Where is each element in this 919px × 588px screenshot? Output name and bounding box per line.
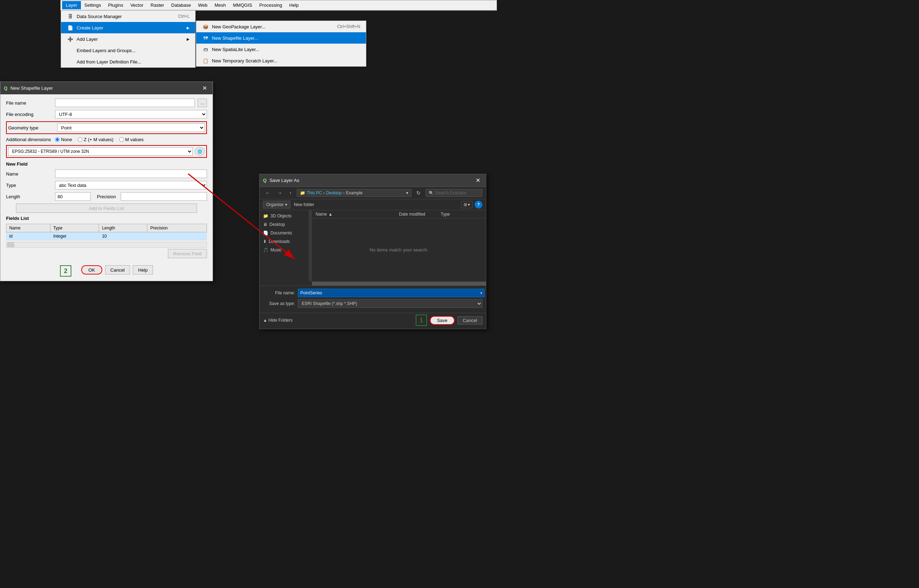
field-length-input[interactable]: [55, 192, 91, 201]
nav-back-button[interactable]: ←: [263, 189, 272, 197]
additional-dimensions-row: Additional dimensions None Z (+ M values…: [6, 137, 207, 142]
table-row[interactable]: id Integer 10: [6, 232, 207, 241]
folder-documents-icon: 📄: [263, 231, 268, 236]
col-length: Length: [99, 224, 147, 232]
remove-field-button[interactable]: Remove Field: [168, 249, 207, 258]
folder-music-icon: 🎵: [263, 247, 268, 252]
menu-web[interactable]: Web: [194, 1, 211, 9]
ok-button[interactable]: OK: [81, 265, 102, 275]
shapefile-dialog: Q New Shapefile Layer ✕ File name … File…: [0, 82, 213, 281]
breadcrumb-folder-icon: 📁: [300, 191, 305, 195]
cancel-button[interactable]: Cancel: [105, 265, 130, 275]
folder-documents[interactable]: 📄 Documents: [259, 229, 309, 237]
add-to-fields-button[interactable]: Add to Fields List: [16, 204, 197, 213]
save-button[interactable]: Save: [430, 316, 455, 325]
breadcrumb-desktop: Desktop: [326, 191, 342, 195]
scratch-icon: 📋: [202, 57, 209, 64]
col-date-header[interactable]: Date modified: [399, 212, 441, 217]
layer-menu-datasource[interactable]: 🗄 Data Source Manager Ctrl+L: [61, 11, 195, 22]
dialog-title: New Shapefile Layer: [10, 86, 53, 91]
dimensions-radio-group: None Z (+ M values) M values: [55, 137, 144, 142]
file-horizontal-scrollbar[interactable]: [312, 281, 486, 286]
layer-menu-definition[interactable]: Add from Layer Definition File...: [61, 56, 195, 67]
col-precision: Precision: [147, 224, 207, 232]
breadcrumb-example: Example: [346, 191, 363, 195]
submenu-geopackage[interactable]: 📦 New GeoPackage Layer... Ctrl+Shift+N: [196, 21, 366, 32]
geometry-type-label: Geometry type: [8, 125, 54, 131]
submenu-scratch[interactable]: 📋 New Temporary Scratch Layer...: [196, 55, 366, 66]
second-toolbar: Organise ▾ New folder ⊞ ▾ ?: [259, 199, 486, 210]
file-encoding-label: File encoding: [6, 112, 52, 117]
col-name: Name: [6, 224, 50, 232]
field-id-length: 10: [99, 232, 147, 241]
folder-scrollbar[interactable]: [309, 210, 312, 281]
save-type-select[interactable]: ESRI Shapefile (*.shp *.SHP): [298, 299, 482, 308]
save-cancel-button[interactable]: Cancel: [457, 317, 482, 325]
layer-menu-add[interactable]: ➕ Add Layer ▶: [61, 33, 195, 45]
field-type-label: Type: [6, 183, 52, 188]
refresh-button[interactable]: ↻: [414, 189, 423, 197]
definition-icon: [67, 58, 74, 65]
menu-vector[interactable]: Vector: [127, 1, 147, 9]
col-name-header[interactable]: Name ▲: [316, 212, 399, 217]
new-folder-button[interactable]: New folder: [294, 202, 314, 207]
menu-plugins[interactable]: Plugins: [105, 1, 127, 9]
field-name-label: Name: [6, 171, 52, 177]
dimension-none[interactable]: None: [55, 137, 72, 142]
hide-folders-button[interactable]: ▲ Hide Folders: [263, 318, 292, 323]
breadcrumb[interactable]: 📁 This PC › Desktop › Example ▾: [297, 189, 412, 197]
geometry-type-select[interactable]: Point: [57, 123, 205, 132]
shapefile-dialog-titlebar: Q New Shapefile Layer ✕: [0, 82, 212, 94]
col-type: Type: [50, 224, 99, 232]
folder-music[interactable]: 🎵 Music: [259, 246, 309, 254]
geopackage-icon: 📦: [202, 23, 209, 30]
menu-layer[interactable]: Layer: [62, 1, 81, 9]
help-icon-button[interactable]: ?: [475, 201, 482, 208]
nav-up-button[interactable]: ↑: [287, 189, 294, 197]
menu-database[interactable]: Database: [167, 1, 194, 9]
shapefile-icon: 🗺: [202, 34, 209, 42]
fields-list-section: Fields List Name Type Length Precision i…: [6, 216, 207, 258]
folder-desktop[interactable]: 🖥 Desktop: [259, 220, 309, 229]
nav-forward-button[interactable]: →: [275, 189, 284, 197]
folder-3d-objects[interactable]: 📁 3D Objects: [259, 212, 309, 220]
col-type-header[interactable]: Type: [441, 212, 483, 217]
dimension-z[interactable]: Z (+ M values): [78, 137, 113, 142]
help-button[interactable]: Help: [133, 265, 153, 275]
save-dialog-close[interactable]: ✕: [473, 176, 482, 184]
menu-processing[interactable]: Processing: [256, 1, 285, 9]
save-dialog-content: 📁 3D Objects 🖥 Desktop 📄 Documents ⬇ Dow…: [259, 210, 486, 281]
crs-browse-button[interactable]: 🌐: [195, 147, 205, 156]
submenu-shapefile[interactable]: 🗺 New Shapefile Layer...: [196, 32, 366, 44]
layer-menu-embed[interactable]: Embed Layers and Groups...: [61, 45, 195, 56]
crs-select[interactable]: EPSG:25832 - ETRS89 / UTM zone 32N: [8, 147, 193, 156]
search-icon: 🔍: [429, 191, 434, 195]
field-type-select[interactable]: abc Text data: [55, 181, 207, 189]
browse-button[interactable]: …: [198, 99, 207, 107]
organise-button[interactable]: Organise ▾: [263, 201, 290, 208]
submenu-spatialite[interactable]: 🗃 New SpatiaLite Layer...: [196, 44, 366, 55]
view-button[interactable]: ⊞ ▾: [461, 201, 472, 208]
horizontal-scrollbar[interactable]: [6, 242, 207, 247]
badge-2: 2: [60, 265, 71, 276]
field-precision-input[interactable]: [121, 192, 207, 201]
file-name-input[interactable]: [55, 99, 195, 107]
folder-desktop-icon: 🖥: [263, 222, 267, 227]
create-layer-submenu: 📦 New GeoPackage Layer... Ctrl+Shift+N 🗺…: [196, 21, 366, 67]
qgis-logo: Q: [4, 86, 8, 91]
menu-settings[interactable]: Settings: [81, 1, 105, 9]
folder-downloads[interactable]: ⬇ Downloads: [259, 237, 309, 246]
menu-help[interactable]: Help: [286, 1, 302, 9]
menu-raster[interactable]: Raster: [147, 1, 167, 9]
file-name-label: File name: [6, 100, 52, 106]
file-encoding-select[interactable]: UTF-8: [55, 110, 207, 118]
field-name-input[interactable]: [55, 170, 207, 178]
file-name-footer-input[interactable]: [298, 289, 485, 297]
save-dialog-title: Save Layer As: [269, 178, 299, 183]
dimension-m[interactable]: M values: [119, 137, 144, 142]
close-button[interactable]: ✕: [200, 84, 209, 92]
menu-mmqgis[interactable]: MMQGIS: [229, 1, 256, 9]
save-dialog: Q Save Layer As ✕ ← → ↑ 📁 This PC › Desk…: [259, 174, 486, 329]
menu-mesh[interactable]: Mesh: [211, 1, 229, 9]
layer-menu-create[interactable]: 📄 Create Layer ▶: [61, 22, 195, 33]
